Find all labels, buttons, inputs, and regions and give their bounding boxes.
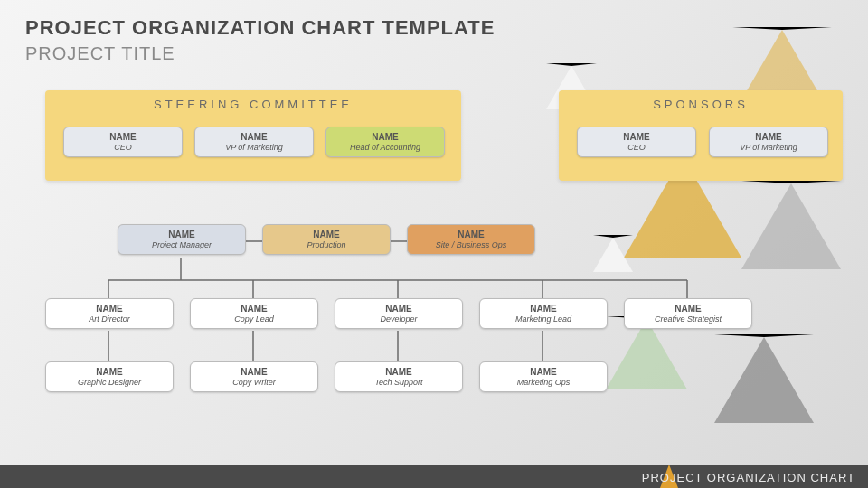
header: PROJECT ORGANIZATION CHART TEMPLATE PROJ… bbox=[25, 16, 495, 64]
chip-name: NAME bbox=[326, 132, 444, 142]
chip-name: NAME bbox=[64, 132, 182, 142]
chip-role: Graphic Designer bbox=[46, 378, 173, 387]
node-developer: NAME Developer bbox=[335, 298, 463, 329]
footer-text: PROJECT ORGANIZATION CHART bbox=[642, 471, 855, 484]
chip-role: CEO bbox=[64, 143, 182, 152]
node-marketing-lead: NAME Marketing Lead bbox=[479, 298, 608, 329]
chip-name: NAME bbox=[46, 367, 173, 377]
chip-role: Site / Business Ops bbox=[408, 240, 534, 249]
chip-role: Art Director bbox=[46, 314, 173, 324]
chip-role: Developer bbox=[335, 314, 462, 324]
chip-name: NAME bbox=[118, 230, 245, 239]
node-tech-support: NAME Tech Support bbox=[335, 361, 463, 392]
chip-role: Production bbox=[263, 240, 390, 249]
node-art-director: NAME Art Director bbox=[45, 298, 174, 329]
chip-role: VP of Marketing bbox=[195, 143, 313, 152]
chip-name: NAME bbox=[335, 304, 462, 314]
sponsor-ceo: NAME CEO bbox=[577, 127, 696, 157]
chip-role: VP of Marketing bbox=[710, 143, 827, 152]
steering-title: STEERING COMMITTEE bbox=[45, 90, 461, 111]
chip-name: NAME bbox=[263, 230, 390, 239]
chip-name: NAME bbox=[335, 367, 462, 377]
node-production: NAME Production bbox=[262, 224, 391, 255]
chip-role: Marketing Lead bbox=[480, 314, 607, 324]
chip-name: NAME bbox=[578, 132, 695, 142]
chip-name: NAME bbox=[195, 132, 313, 142]
page-subtitle: PROJECT TITLE bbox=[25, 43, 495, 64]
page-title: PROJECT ORGANIZATION CHART TEMPLATE bbox=[25, 16, 495, 40]
sponsors-title: SPONSORS bbox=[559, 90, 843, 111]
chip-name: NAME bbox=[625, 304, 751, 314]
sponsor-vp: NAME VP of Marketing bbox=[709, 127, 828, 157]
chip-role: Copy Lead bbox=[191, 314, 317, 324]
node-creative-strategist: NAME Creative Strategist bbox=[624, 298, 752, 329]
steering-member-vp: NAME VP of Marketing bbox=[194, 127, 314, 157]
node-copy-writer: NAME Copy Writer bbox=[190, 361, 318, 392]
chip-name: NAME bbox=[191, 304, 317, 314]
node-marketing-ops: NAME Marketing Ops bbox=[479, 361, 608, 392]
chip-role: Marketing Ops bbox=[480, 378, 607, 387]
steering-member-ceo: NAME CEO bbox=[63, 127, 183, 157]
chip-name: NAME bbox=[191, 367, 317, 377]
chip-name: NAME bbox=[480, 304, 607, 314]
chip-name: NAME bbox=[480, 367, 607, 377]
chip-role: Head of Accounting bbox=[326, 143, 444, 152]
chip-role: Project Manager bbox=[118, 240, 245, 249]
node-copy-lead: NAME Copy Lead bbox=[190, 298, 318, 329]
node-graphic-designer: NAME Graphic Designer bbox=[45, 361, 174, 392]
chip-name: NAME bbox=[46, 304, 173, 314]
chip-role: Copy Writer bbox=[191, 378, 317, 387]
chip-role: CEO bbox=[578, 143, 695, 152]
chip-role: Tech Support bbox=[335, 378, 462, 387]
steering-member-accounting: NAME Head of Accounting bbox=[326, 127, 445, 157]
chip-name: NAME bbox=[408, 230, 534, 239]
footer-bar: PROJECT ORGANIZATION CHART bbox=[0, 465, 868, 488]
node-site-ops: NAME Site / Business Ops bbox=[407, 224, 535, 255]
chip-role: Creative Strategist bbox=[625, 314, 751, 324]
chip-name: NAME bbox=[710, 132, 827, 142]
node-project-manager: NAME Project Manager bbox=[118, 224, 246, 255]
